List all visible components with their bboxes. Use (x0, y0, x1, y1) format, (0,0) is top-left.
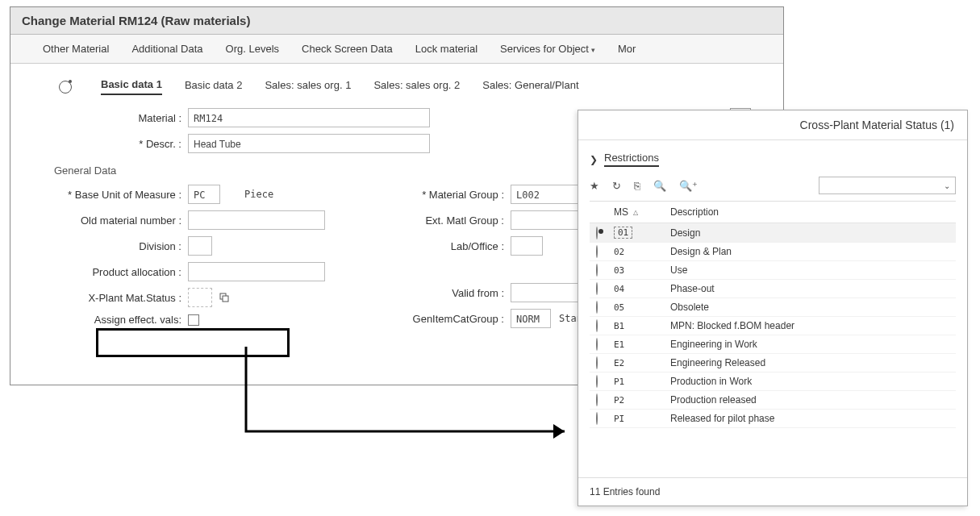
ms-desc: Production in Work (670, 376, 956, 387)
col-ms-label[interactable]: MS (614, 206, 628, 218)
row-radio[interactable] (596, 356, 598, 369)
chevron-right-icon: ❯ (590, 154, 598, 165)
gencat-field[interactable]: NORM (511, 309, 551, 328)
ms-desc: Design (670, 227, 956, 239)
popup-title: Cross-Plant Material Status (1) (578, 110, 967, 140)
sort-asc-icon: △ (633, 209, 638, 216)
ms-desc: Production released (670, 394, 956, 406)
status-row[interactable]: 05Obsolete (590, 298, 956, 317)
popup-grid-header: MS △ Description (590, 202, 956, 223)
status-row[interactable]: P1Production in Work (590, 372, 956, 391)
row-radio[interactable] (596, 375, 598, 388)
lab-field[interactable] (511, 236, 543, 256)
division-field[interactable] (188, 236, 212, 256)
svg-rect-1 (223, 296, 228, 302)
prodalloc-label: Product allocation : (51, 266, 188, 278)
ms-code: E2 (614, 358, 624, 368)
tab-basic-data-2[interactable]: Basic data 2 (185, 79, 243, 94)
row-radio[interactable] (596, 245, 598, 258)
search-plus-icon[interactable]: 🔍⁺ (679, 180, 698, 192)
chevron-down-icon (589, 43, 595, 55)
ms-desc: Phase-out (670, 283, 956, 294)
ms-desc: Released for pilot phase (670, 413, 956, 424)
ms-code: E1 (614, 339, 624, 350)
favorite-icon[interactable]: ★ (590, 180, 599, 192)
status-row[interactable]: E1Engineering in Work (590, 335, 956, 354)
tab-sales-general-plant[interactable]: Sales: General/Plant (482, 79, 578, 94)
row-radio[interactable] (596, 412, 598, 425)
ms-code: 04 (614, 284, 624, 294)
refresh-icon[interactable]: ↻ (612, 180, 621, 192)
material-label: Material : (51, 112, 188, 124)
toolbar-other-material[interactable]: Other Material (43, 43, 109, 55)
toolbar-additional-data[interactable]: Additional Data (131, 43, 202, 55)
status-row[interactable]: B1MPN: Blocked f.BOM header (590, 317, 956, 335)
ms-code: 02 (614, 247, 624, 257)
tabstrip: Basic data 1 Basic data 2 Sales: sales o… (10, 64, 783, 100)
ms-desc: Engineering Released (670, 357, 956, 368)
value-help-icon (219, 292, 230, 303)
row-radio[interactable] (596, 393, 598, 406)
popup-toolbar: ★ ↻ ⎘ 🔍 🔍⁺ ⌄ (590, 173, 956, 202)
xstatus-highlight-annotation (96, 328, 290, 357)
ms-code: 01 (614, 227, 632, 239)
toolbar-lock-material[interactable]: Lock material (415, 43, 477, 55)
tab-sales-org-1[interactable]: Sales: sales org. 1 (265, 79, 351, 94)
toolbar-check-screen-data[interactable]: Check Screen Data (302, 43, 393, 55)
status-row[interactable]: E2Engineering Released (590, 354, 956, 372)
xstatus-valuehelp-button[interactable] (215, 289, 233, 306)
row-radio[interactable] (596, 338, 598, 351)
prodalloc-field[interactable] (188, 262, 325, 281)
uom-label: * Base Unit of Measure : (51, 189, 188, 201)
popup-footer: 11 Entries found (578, 477, 967, 506)
status-row[interactable]: PIReleased for pilot phase (590, 410, 956, 428)
row-radio[interactable] (596, 301, 598, 314)
division-label: Division : (51, 240, 188, 252)
ms-code: B1 (614, 321, 624, 331)
ms-code: P2 (614, 395, 624, 406)
row-radio[interactable] (596, 227, 598, 239)
ms-code: P1 (614, 377, 624, 387)
uom-text: Piece (244, 189, 273, 200)
tab-basic-data-1[interactable]: Basic data 1 (101, 78, 162, 95)
assign-checkbox[interactable] (188, 314, 199, 326)
ms-desc: Use (670, 264, 956, 276)
restrictions-toggle[interactable]: ❯ Restrictions (590, 147, 956, 173)
main-toolbar: Other Material Additional Data Org. Leve… (10, 35, 783, 64)
oldmat-field[interactable] (188, 210, 325, 230)
xstatus-field[interactable] (188, 288, 212, 307)
chevron-down-icon: ⌄ (944, 181, 950, 190)
descr-label: * Descr. : (51, 138, 188, 150)
tab-sales-org-2[interactable]: Sales: sales org. 2 (373, 79, 460, 94)
ms-code: PI (614, 414, 624, 424)
search-icon[interactable]: 🔍 (653, 180, 666, 192)
tab-scroll-icon[interactable] (59, 81, 72, 94)
toolbar-services-for-object[interactable]: Services for Object (500, 43, 595, 55)
extgroup-label: Ext. Matl Group : (390, 214, 511, 227)
uom-field[interactable]: PC (188, 185, 220, 204)
status-row[interactable]: 03Use (590, 261, 956, 280)
window-title: Change Material RM124 (Raw materials) (10, 7, 783, 35)
toolbar-more[interactable]: Mor (618, 43, 636, 55)
ms-code: 03 (614, 265, 624, 276)
status-row[interactable]: 01Design (590, 223, 956, 243)
oldmat-label: Old material number : (51, 214, 188, 227)
material-field[interactable]: RM124 (188, 108, 430, 127)
col-desc-label[interactable]: Description (670, 206, 956, 218)
status-row[interactable]: 02Design & Plan (590, 243, 956, 261)
popup-filter-combo[interactable]: ⌄ (819, 177, 956, 194)
toolbar-org-levels[interactable]: Org. Levels (226, 43, 279, 55)
validfrom-label: Valid from : (390, 287, 511, 299)
row-radio[interactable] (596, 264, 598, 277)
assign-label: Assign effect. vals: (51, 314, 188, 326)
clipboard-icon[interactable]: ⎘ (634, 180, 640, 192)
row-radio[interactable] (596, 319, 598, 332)
descr-field[interactable]: Head Tube (188, 134, 430, 153)
ms-code: 05 (614, 302, 624, 313)
status-row[interactable]: P2Production released (590, 391, 956, 410)
status-row[interactable]: 04Phase-out (590, 280, 956, 298)
lab-label: Lab/Office : (390, 240, 511, 252)
popup-grid-body: 01Design02Design & Plan03Use04Phase-out0… (590, 223, 956, 428)
ms-desc: Obsolete (670, 302, 956, 313)
row-radio[interactable] (596, 282, 598, 295)
